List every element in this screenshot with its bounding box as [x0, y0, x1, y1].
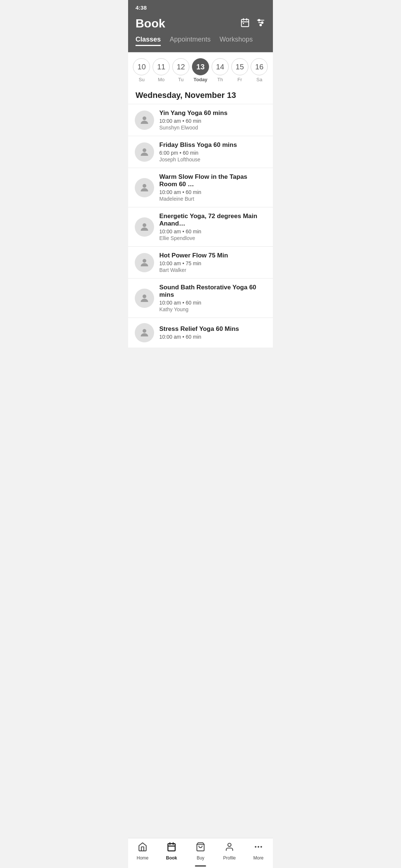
class-info-7: Stress Relief Yoga 60 Mins 10:00 am • 60…: [159, 325, 266, 341]
class-info-4: Energetic Yoga, 72 degrees Main Anand… 1…: [159, 213, 266, 241]
date-label-14: Th: [217, 77, 223, 82]
class-item-2[interactable]: Friday Bliss Yoga 60 mins 6:00 pm • 60 m…: [128, 136, 273, 168]
header-actions: [240, 18, 265, 30]
class-instructor-2: Joseph Lofthouse: [159, 157, 266, 162]
svg-point-9: [261, 22, 263, 23]
class-instructor-3: Madeleine Burt: [159, 196, 266, 202]
day-heading: Wednesday, November 13: [128, 85, 273, 104]
date-item-12[interactable]: 12 Tu: [172, 58, 190, 82]
svg-point-15: [143, 259, 146, 263]
date-number-13: 13: [192, 58, 209, 75]
svg-point-10: [260, 24, 261, 26]
avatar-3: [135, 178, 154, 197]
date-item-16[interactable]: 16 Sa: [250, 58, 268, 82]
status-bar: 4:38: [128, 0, 273, 14]
tab-appointments[interactable]: Appointments: [170, 36, 211, 46]
class-name-7: Stress Relief Yoga 60 Mins: [159, 325, 266, 333]
class-time-2: 6:00 pm • 60 min: [159, 150, 266, 156]
date-label-15: Fr: [238, 77, 242, 82]
class-name-1: Yin Yang Yoga 60 mins: [159, 109, 266, 117]
date-number-14: 14: [212, 58, 229, 75]
class-item-5[interactable]: Hot Power Flow 75 Min 10:00 am • 75 min …: [128, 246, 273, 278]
class-info-6: Sound Bath Restorative Yoga 60 mins 10:0…: [159, 284, 266, 312]
class-item-7[interactable]: Stress Relief Yoga 60 Mins 10:00 am • 60…: [128, 318, 273, 348]
class-info-2: Friday Bliss Yoga 60 mins 6:00 pm • 60 m…: [159, 141, 266, 162]
class-name-5: Hot Power Flow 75 Min: [159, 252, 266, 259]
status-time: 4:38: [136, 4, 147, 11]
header-title: Book: [136, 17, 165, 30]
date-item-10[interactable]: 10 Su: [133, 58, 150, 82]
svg-point-12: [143, 148, 146, 152]
class-item-1[interactable]: Yin Yang Yoga 60 mins 10:00 am • 60 min …: [128, 104, 273, 136]
date-label-10: Su: [138, 77, 144, 82]
class-time-5: 10:00 am • 75 min: [159, 260, 266, 266]
date-selector: 10 Su 11 Mo 12 Tu 13 Today 14 Th 15 Fr 1…: [128, 52, 273, 85]
date-label-13: Today: [193, 77, 207, 82]
date-item-15[interactable]: 15 Fr: [231, 58, 249, 82]
avatar-2: [135, 142, 154, 162]
class-info-5: Hot Power Flow 75 Min 10:00 am • 75 min …: [159, 252, 266, 273]
svg-point-17: [143, 329, 146, 333]
class-name-6: Sound Bath Restorative Yoga 60 mins: [159, 284, 266, 299]
date-number-10: 10: [133, 58, 150, 75]
class-time-7: 10:00 am • 60 min: [159, 334, 266, 340]
class-instructor-5: Bart Walker: [159, 267, 266, 273]
svg-point-14: [143, 223, 146, 227]
tab-workshops[interactable]: Workshops: [219, 36, 253, 46]
svg-point-13: [143, 184, 146, 188]
date-label-16: Sa: [257, 77, 263, 82]
date-item-13[interactable]: 13 Today: [192, 58, 209, 82]
class-instructor-6: Kathy Young: [159, 306, 266, 312]
class-list: Yin Yang Yoga 60 mins 10:00 am • 60 min …: [128, 104, 273, 348]
date-item-14[interactable]: 14 Th: [211, 58, 229, 82]
avatar-1: [135, 111, 154, 130]
tab-classes[interactable]: Classes: [136, 36, 161, 46]
class-name-2: Friday Bliss Yoga 60 mins: [159, 141, 266, 149]
avatar-5: [135, 253, 154, 272]
class-instructor-1: Sunshyn Elwood: [159, 125, 266, 131]
class-time-4: 10:00 am • 60 min: [159, 228, 266, 234]
date-number-15: 15: [231, 58, 248, 75]
svg-point-8: [258, 19, 260, 21]
class-item-6[interactable]: Sound Bath Restorative Yoga 60 mins 10:0…: [128, 278, 273, 318]
content-area: 10 Su 11 Mo 12 Tu 13 Today 14 Th 15 Fr 1…: [128, 52, 273, 377]
avatar-4: [135, 217, 154, 237]
class-name-3: Warm Slow Flow in the Tapas Room 60 …: [159, 173, 266, 188]
svg-point-16: [143, 295, 146, 298]
class-instructor-4: Ellie Spendlove: [159, 235, 266, 241]
class-time-1: 10:00 am • 60 min: [159, 118, 266, 124]
tab-bar: Classes Appointments Workshops: [128, 36, 273, 52]
class-info-1: Yin Yang Yoga 60 mins 10:00 am • 60 min …: [159, 109, 266, 131]
date-label-12: Tu: [178, 77, 184, 82]
class-info-3: Warm Slow Flow in the Tapas Room 60 … 10…: [159, 173, 266, 202]
avatar-7: [135, 323, 154, 342]
calendar-icon[interactable]: [240, 18, 250, 30]
date-number-16: 16: [251, 58, 268, 75]
svg-point-11: [143, 116, 146, 120]
avatar-6: [135, 289, 154, 308]
filter-icon[interactable]: [256, 18, 265, 30]
class-item-3[interactable]: Warm Slow Flow in the Tapas Room 60 … 10…: [128, 168, 273, 207]
class-time-6: 10:00 am • 60 min: [159, 300, 266, 306]
class-item-4[interactable]: Energetic Yoga, 72 degrees Main Anand… 1…: [128, 207, 273, 246]
svg-rect-0: [241, 19, 249, 27]
date-number-11: 11: [153, 58, 170, 75]
class-time-3: 10:00 am • 60 min: [159, 189, 266, 195]
date-label-11: Mo: [158, 77, 164, 82]
class-name-4: Energetic Yoga, 72 degrees Main Anand…: [159, 213, 266, 227]
date-item-11[interactable]: 11 Mo: [152, 58, 170, 82]
header: Book: [128, 14, 273, 36]
date-number-12: 12: [172, 58, 189, 75]
